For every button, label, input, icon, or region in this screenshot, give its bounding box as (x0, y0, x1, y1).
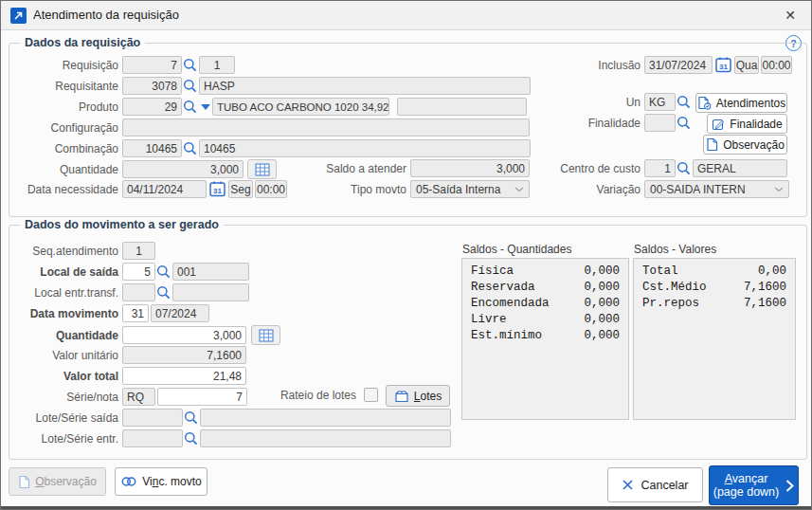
lotes-button[interactable]: Lotes (386, 385, 450, 407)
avancar-label: Avançar (725, 472, 768, 485)
saldos-quantidades-panel: Física0,000 Reservada0,000 Encomendada0,… (461, 258, 629, 420)
saldo-row-value: 0,000 (584, 296, 620, 312)
produto-code-field: 29 (122, 98, 182, 116)
lote-entr-label: Lote/Série entr. (1, 432, 118, 446)
data-movimento-day-field[interactable]: 31 (122, 304, 149, 322)
calendar-icon[interactable]: 31 (208, 180, 226, 198)
document-icon (706, 137, 718, 152)
saldo-row-value: 7,1600 (744, 280, 786, 296)
tipo-movto-value: 05-Saída Interna (416, 183, 500, 196)
search-icon[interactable] (677, 116, 692, 131)
observacao-footer-button: Observação (9, 467, 106, 496)
saldo-row-value: 0,000 (584, 312, 620, 328)
saldo-row-value: 0,000 (584, 328, 620, 344)
calendar-icon[interactable]: 31 (714, 56, 732, 74)
valor-total-field[interactable]: 21,48 (122, 367, 246, 385)
saldo-atender-label: Saldo a atender (285, 162, 406, 175)
grid-icon (259, 329, 274, 342)
search-icon[interactable] (183, 100, 198, 115)
svg-text:31: 31 (213, 187, 222, 195)
search-icon[interactable] (677, 161, 692, 176)
requisitante-label: Requisitante (1, 80, 118, 93)
data-necessidade-label: Data necessidade (1, 183, 118, 196)
lote-entr-code-field (122, 429, 183, 447)
data-necessidade-weekday-field: Seg (228, 180, 253, 198)
dialog-window: Atendimento da requisição ✕ ? Dados da r… (0, 0, 812, 510)
close-icon[interactable]: ✕ (778, 5, 803, 26)
chevron-right-icon (785, 479, 794, 493)
local-entr-label: Local entr.transf. (1, 286, 118, 300)
app-icon (10, 8, 27, 24)
finalidade-button[interactable]: Finalidade (707, 114, 787, 134)
saldo-atender-field: 3,000 (410, 159, 530, 177)
configuracao-field (122, 118, 530, 137)
un-field: KG (644, 93, 676, 111)
window-bottom-border (1, 506, 811, 509)
produto-desc-field: TUBO ACO CARBONO 1020 34,92MM (212, 98, 389, 116)
requisicao-label: Requisição (1, 59, 118, 72)
quantidade-mov-label: Quantidade (1, 329, 118, 342)
avancar-sublabel: (page down) (713, 485, 780, 499)
grid-button[interactable] (251, 325, 280, 345)
tipo-movto-select[interactable]: 05-Saída Interna (410, 180, 530, 198)
lotes-button-label: Lotes (414, 390, 442, 403)
rateio-lotes-checkbox[interactable] (364, 388, 378, 402)
saldo-row-value: 7,1600 (744, 296, 786, 312)
local-entr-code-field (122, 283, 155, 301)
lote-saida-label: Lote/Série saída (1, 411, 118, 425)
chevron-down-icon (774, 187, 784, 192)
edit-icon (712, 118, 725, 131)
finalidade-label: Finalidade (550, 117, 641, 130)
package-icon (394, 390, 409, 403)
requisicao-code-field: 7 (122, 56, 182, 74)
search-icon[interactable] (156, 285, 171, 301)
produto-label: Produto (1, 100, 118, 114)
saldo-row-value: 0,00 (758, 264, 786, 280)
inclusao-date-field: 31/07/2024 (644, 56, 713, 74)
search-icon[interactable] (183, 141, 198, 156)
valor-unitario-label: Valor unitário (1, 349, 118, 362)
serie-nota-label: Série/nota (1, 391, 118, 404)
observacao-footer-label: Observação (35, 475, 97, 488)
un-label: Un (550, 96, 641, 109)
atendimentos-button[interactable]: Atendimentos (695, 93, 787, 113)
saldo-row-label: Livre (471, 312, 507, 328)
observacao-side-button[interactable]: Observação (703, 135, 787, 155)
saldos-valores-panel: Total0,00 Cst.Médio7,1600 Pr.repos7,1600 (633, 258, 796, 420)
requisitante-desc-field: HASP (199, 77, 531, 95)
search-icon[interactable] (183, 58, 198, 73)
vinc-movto-button[interactable]: Vinc. movto (115, 467, 208, 496)
search-icon[interactable] (184, 431, 199, 446)
search-icon[interactable] (184, 410, 199, 426)
produto-extra-field (397, 98, 527, 116)
x-icon (622, 479, 634, 491)
avancar-button[interactable]: Avançar (page down) (709, 465, 799, 505)
local-saida-code-field[interactable]: 5 (122, 263, 155, 281)
serie-field: RQ (122, 388, 155, 406)
seq-atendimento-field: 1 (122, 242, 155, 260)
svg-text:31: 31 (719, 63, 728, 71)
search-icon[interactable] (156, 264, 171, 280)
combinacao-desc-field: 10465 (199, 139, 531, 157)
finalidade-button-label: Finalidade (730, 118, 782, 131)
saldo-row-value: 0,000 (584, 264, 620, 280)
cancelar-label: Cancelar (641, 479, 688, 492)
saldo-row-label: Cst.Médio (642, 280, 707, 296)
window-title: Atendimento da requisição (33, 8, 179, 22)
nota-field[interactable]: 7 (157, 388, 247, 406)
document-icon (18, 475, 30, 489)
data-movimento-monthyear-field: 07/2024 (151, 304, 209, 322)
lote-saida-code-field (122, 409, 183, 427)
variacao-value: 00-SAIDA INTERN (650, 183, 746, 196)
chevron-down-icon[interactable] (201, 104, 210, 110)
search-icon[interactable] (677, 95, 692, 110)
quantidade-mov-field[interactable]: 3,000 (122, 326, 246, 344)
valor-unitario-field: 7,1600 (122, 346, 246, 364)
variacao-select[interactable]: 00-SAIDA INTERN (644, 180, 789, 198)
search-icon[interactable] (183, 79, 198, 94)
vinc-movto-label: Vinc. movto (142, 475, 202, 488)
variacao-label: Variação (550, 183, 641, 196)
grid-button[interactable] (247, 159, 277, 179)
saldo-row-label: Total (642, 264, 678, 280)
cancelar-button[interactable]: Cancelar (607, 467, 703, 502)
